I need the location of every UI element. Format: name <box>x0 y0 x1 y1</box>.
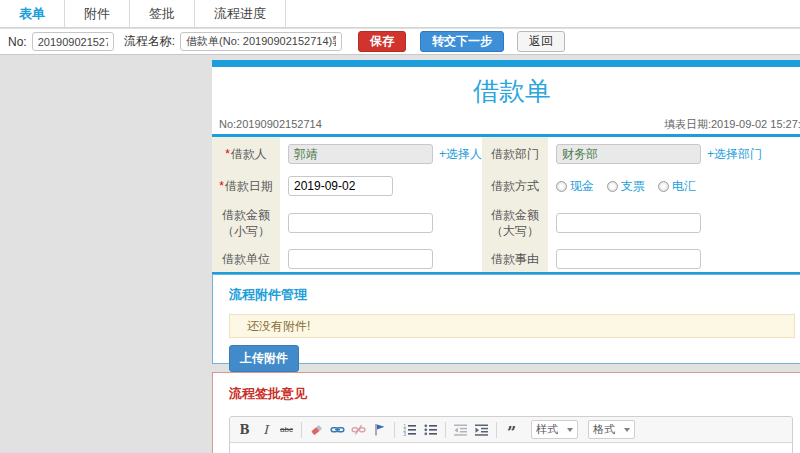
tab-form[interactable]: 表单 <box>0 0 65 27</box>
top-blue-bar <box>212 60 800 67</box>
approval-heading: 流程签批意见 <box>229 385 795 403</box>
outdent-icon[interactable] <box>451 420 470 439</box>
department-input[interactable] <box>556 144 701 164</box>
radio-cheque[interactable]: 支票 <box>607 178 645 195</box>
reason-label: 借款事由 <box>482 245 548 272</box>
form-title: 借款单 <box>212 67 800 115</box>
borrower-cell: +选择人员 <box>280 137 482 171</box>
toolbar-separator <box>445 422 446 438</box>
radio-wire-label: 电汇 <box>672 178 696 195</box>
form-date-text: 填表日期:2019-09-02 15:27:1 <box>664 115 800 134</box>
radio-cash-label: 现金 <box>570 178 594 195</box>
toolbar-separator <box>496 422 497 438</box>
save-button[interactable]: 保存 <box>358 31 406 52</box>
styles-dropdown[interactable]: 样式 <box>531 420 578 439</box>
attachments-panel: 流程附件管理 还没有附件! 上传附件 <box>212 274 800 364</box>
strikethrough-icon[interactable]: abc <box>277 420 296 439</box>
styles-dropdown-label: 样式 <box>536 422 558 437</box>
radio-cheque-label: 支票 <box>621 178 645 195</box>
bold-icon[interactable]: B <box>235 420 254 439</box>
department-cell: +选择部门 <box>548 137 800 171</box>
editor-toolbar: B I abc 123 <box>230 417 792 443</box>
editor-content-area[interactable] <box>230 443 792 453</box>
chevron-down-icon <box>567 428 573 432</box>
tab-attachments[interactable]: 附件 <box>65 0 130 27</box>
form-no-text: No:20190902152714 <box>219 118 322 130</box>
department-label: 借款部门 <box>482 137 548 171</box>
tab-progress[interactable]: 流程进度 <box>195 0 286 27</box>
blockquote-icon[interactable]: ” <box>502 420 521 439</box>
reason-cell <box>548 245 800 272</box>
amount-lower-input[interactable] <box>288 213 433 233</box>
unlink-icon[interactable] <box>349 420 368 439</box>
approval-panel: 流程签批意见 B I abc 123 <box>212 372 800 453</box>
format-dropdown[interactable]: 格式 <box>588 420 635 439</box>
amount-lower-cell <box>280 201 482 245</box>
indent-icon[interactable] <box>472 420 491 439</box>
attachments-heading: 流程附件管理 <box>229 286 795 304</box>
amount-upper-input[interactable] <box>556 213 701 233</box>
tab-bar: 表单 附件 签批 流程进度 <box>0 0 800 28</box>
format-dropdown-label: 格式 <box>593 422 615 437</box>
borrower-label: *借款人 <box>212 137 280 171</box>
flow-name-label: 流程名称: <box>124 33 175 50</box>
no-attachments-alert: 还没有附件! <box>229 314 795 338</box>
link-icon[interactable] <box>328 420 347 439</box>
flow-name-input[interactable] <box>180 32 342 51</box>
radio-icon <box>607 181 618 192</box>
rich-text-editor: B I abc 123 <box>229 416 793 453</box>
svg-text:3: 3 <box>403 431 406 437</box>
method-label: 借款方式 <box>482 171 548 201</box>
radio-cash[interactable]: 现金 <box>556 178 594 195</box>
flow-no-label: No: <box>8 35 27 49</box>
toolbar-separator <box>301 422 302 438</box>
chevron-down-icon <box>624 428 630 432</box>
ordered-list-icon[interactable]: 123 <box>400 420 419 439</box>
loan-date-cell <box>280 171 482 201</box>
italic-icon[interactable]: I <box>256 420 275 439</box>
flow-no-input[interactable] <box>32 32 114 51</box>
required-mark: * <box>219 179 224 193</box>
next-step-button[interactable]: 转交下一步 <box>420 31 504 52</box>
back-button[interactable]: 返回 <box>517 31 565 52</box>
borrower-input[interactable] <box>288 144 433 164</box>
loan-form-panel: 借款单 No:20190902152714 填表日期:2019-09-02 15… <box>212 60 800 278</box>
form-meta-row: No:20190902152714 填表日期:2019-09-02 15:27:… <box>212 115 800 134</box>
unit-cell <box>280 245 482 272</box>
amount-upper-label: 借款金额（大写） <box>482 201 548 245</box>
anchor-flag-icon[interactable] <box>370 420 389 439</box>
reason-input[interactable] <box>556 249 701 269</box>
loan-date-input[interactable] <box>288 176 393 196</box>
form-fields-grid: *借款人 +选择人员 借款部门 +选择部门 *借款日期 借款方式 现金 支票 <box>212 137 800 272</box>
tab-approval[interactable]: 签批 <box>130 0 195 27</box>
unit-input[interactable] <box>288 249 433 269</box>
radio-icon <box>658 181 669 192</box>
remove-format-icon[interactable] <box>307 420 326 439</box>
upload-attachment-button[interactable]: 上传附件 <box>229 345 299 372</box>
toolbar-separator <box>394 422 395 438</box>
radio-wire[interactable]: 电汇 <box>658 178 696 195</box>
amount-upper-cell <box>548 201 800 245</box>
flow-toolbar: No: 流程名称: 保存 转交下一步 返回 <box>0 29 800 55</box>
loan-date-label: *借款日期 <box>212 171 280 201</box>
amount-lower-label: 借款金额（小写） <box>212 201 280 245</box>
method-cell: 现金 支票 电汇 <box>548 171 800 201</box>
radio-icon <box>556 181 567 192</box>
unordered-list-icon[interactable] <box>421 420 440 439</box>
required-mark: * <box>225 147 230 161</box>
unit-label: 借款单位 <box>212 245 280 272</box>
select-department-link[interactable]: +选择部门 <box>707 146 762 163</box>
